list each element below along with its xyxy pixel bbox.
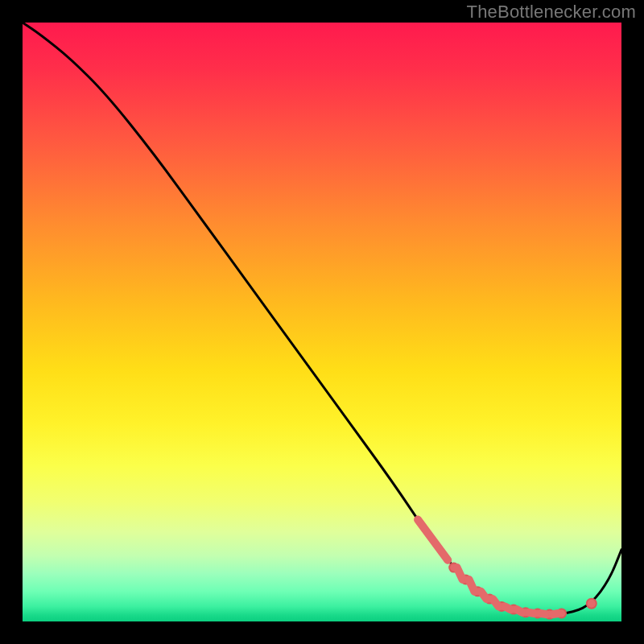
highlight-dash [493,599,498,606]
highlight-seg-left [418,520,448,560]
highlight-dash [553,613,559,614]
watermark-label: TheBottlenecker.com [467,2,636,23]
chart-stage: TheBottlenecker.com [0,0,644,644]
highlight-dash [481,592,486,599]
highlight-dash [457,568,463,580]
highlight-dots [418,520,597,619]
highlight-dash [541,613,547,614]
highlight-dash [505,606,510,609]
highlight-dash [469,580,475,592]
bottleneck-curve [23,23,621,614]
curve-layer [23,23,621,621]
highlight-dash [529,613,535,613]
plot-area [23,23,621,621]
highlight-dot-right [587,599,597,609]
highlight-dash [517,609,522,613]
